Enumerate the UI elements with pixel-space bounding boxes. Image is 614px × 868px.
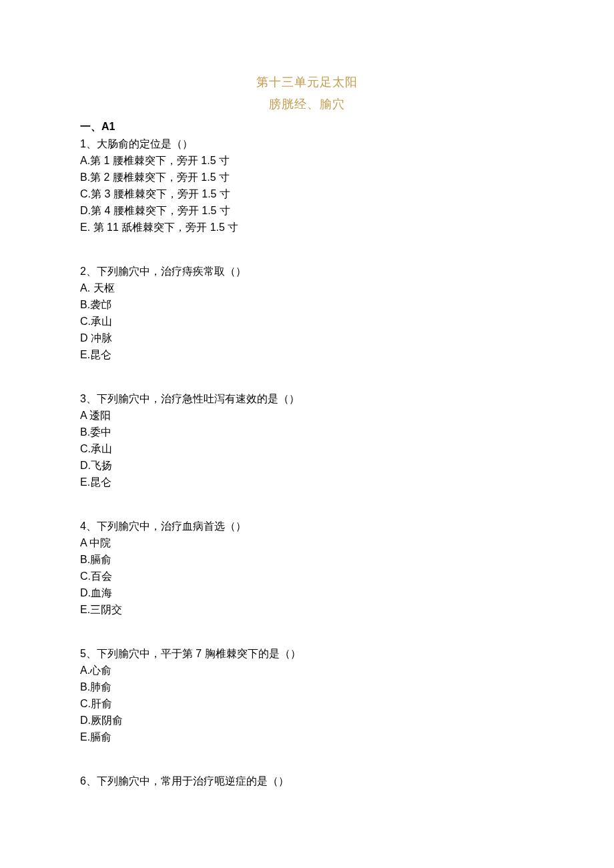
document-page: 第十三单元足太阳 膀胱经、腧穴 一、A1 1、大肠俞的定位是（）A.第 1 腰椎…: [0, 0, 614, 868]
question-option: A.第 1 腰椎棘突下，旁开 1.5 寸: [80, 153, 534, 169]
question-list: 1、大肠俞的定位是（）A.第 1 腰椎棘突下，旁开 1.5 寸B.第 2 腰椎棘…: [80, 136, 534, 789]
question-option: B.袭邙: [80, 297, 534, 313]
question-option: E. 第 11 舐椎棘突下，旁开 1.5 寸: [80, 220, 534, 236]
question-option: E.昆仑: [80, 474, 534, 490]
question-option: E.昆仑: [80, 347, 534, 363]
title-line-2: 膀胱经、腧穴: [80, 95, 534, 113]
question-stem: 5、下列腧穴中，平于第 7 胸椎棘突下的是（）: [80, 646, 534, 662]
question-option: B.膈俞: [80, 552, 534, 568]
question-option: D.血海: [80, 585, 534, 601]
question-option: C.第 3 腰椎棘突下，旁开 1.5 寸: [80, 186, 534, 202]
question-block: 2、下列腧穴中，治疗痔疾常取（）A. 天枢B.袭邙C.承山D 冲脉E.昆仑: [80, 264, 534, 363]
question-block: 5、下列腧穴中，平于第 7 胸椎棘突下的是（）A.心俞B.肺俞C.肝俞D.厥阴俞…: [80, 646, 534, 745]
question-block: 1、大肠俞的定位是（）A.第 1 腰椎棘突下，旁开 1.5 寸B.第 2 腰椎棘…: [80, 136, 534, 236]
question-option: B.肺俞: [80, 679, 534, 695]
question-option: D.飞扬: [80, 458, 534, 474]
question-option: A 逶阳: [80, 408, 534, 424]
question-block: 4、下列腧穴中，治疗血病首选（）A 中院B.膈俞C.百会D.血海E.三阴交: [80, 518, 534, 618]
question-stem: 3、下列腧穴中，治疗急性吐泻有速效的是（）: [80, 391, 534, 407]
question-stem: 6、下列腧穴中，常用于治疗呃逆症的是（）: [80, 773, 534, 789]
section-label: 一、A1: [80, 119, 534, 135]
question-option: D 冲脉: [80, 330, 534, 346]
question-block: 6、下列腧穴中，常用于治疗呃逆症的是（）: [80, 773, 534, 789]
question-stem: 2、下列腧穴中，治疗痔疾常取（）: [80, 264, 534, 280]
question-option: E.三阴交: [80, 602, 534, 618]
question-option: E.膈俞: [80, 729, 534, 745]
question-stem: 4、下列腧穴中，治疗血病首选（）: [80, 518, 534, 534]
question-option: D.第 4 腰椎棘突下，旁开 1.5 寸: [80, 203, 534, 219]
question-option: C.承山: [80, 314, 534, 330]
question-option: B.第 2 腰椎棘突下，旁开 1.5 寸: [80, 169, 534, 185]
question-block: 3、下列腧穴中，治疗急性吐泻有速效的是（）A 逶阳B.委中C.承山D.飞扬E.昆…: [80, 391, 534, 490]
question-option: C.承山: [80, 441, 534, 457]
question-option: C.肝俞: [80, 696, 534, 712]
question-option: D.厥阴俞: [80, 713, 534, 729]
question-option: C.百会: [80, 568, 534, 584]
question-option: A 中院: [80, 535, 534, 551]
question-option: A. 天枢: [80, 280, 534, 296]
question-stem: 1、大肠俞的定位是（）: [80, 136, 534, 152]
question-option: A.心俞: [80, 663, 534, 679]
question-option: B.委中: [80, 424, 534, 440]
title-line-1: 第十三单元足太阳: [80, 73, 534, 91]
